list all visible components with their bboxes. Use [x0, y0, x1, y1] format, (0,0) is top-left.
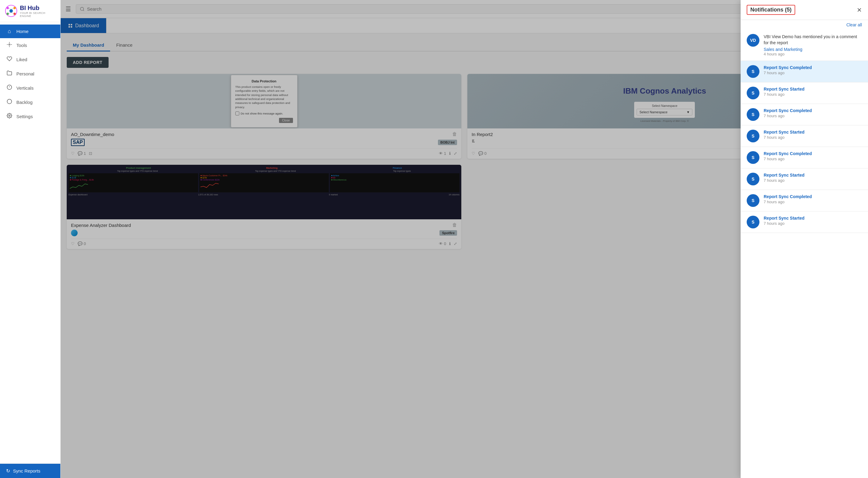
notif-content-1: VBI View Demo has mentioned you in a com…: [764, 34, 862, 56]
notif-content-6: Report Sync Completed 7 hours ago: [764, 151, 862, 161]
heart-icon: [6, 56, 13, 63]
notif-avatar-3: S: [747, 87, 760, 99]
notification-item-4[interactable]: S Report Sync Completed 7 hours ago: [741, 104, 868, 126]
notif-time-7: 7 hours ago: [764, 178, 862, 183]
notif-title-3: Report Sync Started: [764, 87, 862, 92]
notification-close-button[interactable]: ✕: [857, 6, 862, 13]
svg-point-18: [7, 99, 12, 104]
notification-panel: Notifications (5) ✕ Clear all VD VBI Vie…: [741, 0, 868, 478]
notif-time-1: 4 hours ago: [764, 52, 862, 56]
notification-actions: Clear all: [741, 20, 868, 30]
sidebar-item-home[interactable]: ⌂ Home: [0, 25, 60, 38]
main-content: ☰ Advanced search Dashboard My Dashboard…: [61, 0, 868, 478]
notif-main-text-1: VBI View Demo has mentioned you in a com…: [764, 34, 862, 46]
notification-item-5[interactable]: S Report Sync Started 7 hours ago: [741, 126, 868, 147]
notif-title-2: Report Sync Completed: [764, 65, 862, 70]
notif-content-4: Report Sync Completed 7 hours ago: [764, 108, 862, 118]
notif-content-9: Report Sync Started 7 hours ago: [764, 216, 862, 226]
notif-title-8: Report Sync Completed: [764, 194, 862, 199]
notif-avatar-2: S: [747, 65, 760, 78]
sync-reports-button[interactable]: ↻ Sync Reports: [0, 464, 60, 478]
notif-avatar-7: S: [747, 173, 760, 185]
sidebar-item-verticals-label: Verticals: [17, 86, 34, 91]
svg-point-1: [9, 9, 13, 12]
notif-avatar-9: S: [747, 216, 760, 229]
bihub-logo-icon: [5, 4, 18, 18]
notif-time-2: 7 hours ago: [764, 71, 862, 75]
notif-content-8: Report Sync Completed 7 hours ago: [764, 194, 862, 204]
notification-title: Notifications (5): [747, 5, 795, 15]
sidebar-item-personal-label: Personal: [17, 71, 34, 76]
svg-point-4: [7, 13, 9, 15]
clear-all-button[interactable]: Clear all: [846, 23, 862, 27]
logo-subtitle: YOUR BI SEARCH ENGINE: [20, 11, 56, 18]
notification-item-1[interactable]: VD VBI View Demo has mentioned you in a …: [741, 30, 868, 61]
notif-content-5: Report Sync Started 7 hours ago: [764, 130, 862, 140]
sidebar-item-tools[interactable]: Tools: [0, 38, 60, 53]
notification-item-8[interactable]: S Report Sync Completed 7 hours ago: [741, 190, 868, 211]
sidebar-nav: ⌂ Home Tools Liked Personal Verticals: [0, 22, 60, 464]
tools-icon: [6, 42, 13, 49]
notif-link-1[interactable]: Sales and Marketing: [764, 47, 862, 52]
sidebar-item-tools-label: Tools: [17, 43, 27, 48]
notif-title-5: Report Sync Started: [764, 130, 862, 135]
notif-time-9: 7 hours ago: [764, 221, 862, 226]
svg-point-2: [7, 7, 9, 9]
notif-time-3: 7 hours ago: [764, 92, 862, 97]
notification-header: Notifications (5) ✕: [741, 0, 868, 20]
sidebar-item-home-label: Home: [17, 29, 29, 34]
backlog-icon: [6, 99, 13, 106]
sidebar-item-backlog-label: Backlog: [17, 100, 32, 105]
sync-reports-label: Sync Reports: [13, 468, 40, 474]
notif-content-3: Report Sync Started 7 hours ago: [764, 87, 862, 97]
home-icon: ⌂: [6, 28, 13, 35]
notif-avatar-1: VD: [747, 34, 760, 47]
notif-title-6: Report Sync Completed: [764, 151, 862, 156]
notification-item-6[interactable]: S Report Sync Completed 7 hours ago: [741, 147, 868, 168]
sidebar-item-liked[interactable]: Liked: [0, 53, 60, 67]
notif-avatar-6: S: [747, 151, 760, 164]
sync-icon: ↻: [6, 468, 10, 474]
sidebar: BI Hub YOUR BI SEARCH ENGINE ⌂ Home Tool…: [0, 0, 61, 478]
notification-list: VD VBI View Demo has mentioned you in a …: [741, 30, 868, 478]
folder-icon: [6, 70, 13, 77]
notif-title-4: Report Sync Completed: [764, 108, 862, 113]
logo-area: BI Hub YOUR BI SEARCH ENGINE: [0, 0, 60, 22]
notification-item-3[interactable]: S Report Sync Started 7 hours ago: [741, 82, 868, 104]
sidebar-item-verticals[interactable]: Verticals: [0, 81, 60, 95]
notification-item-7[interactable]: S Report Sync Started 7 hours ago: [741, 168, 868, 190]
svg-point-19: [9, 115, 10, 116]
notification-item-9[interactable]: S Report Sync Started 7 hours ago: [741, 211, 868, 233]
notif-time-8: 7 hours ago: [764, 200, 862, 204]
settings-icon: [6, 113, 13, 120]
sidebar-item-liked-label: Liked: [17, 57, 27, 62]
notif-content-7: Report Sync Started 7 hours ago: [764, 173, 862, 183]
verticals-icon: [6, 84, 13, 92]
notif-avatar-8: S: [747, 194, 760, 207]
notif-time-5: 7 hours ago: [764, 135, 862, 140]
sidebar-item-settings-label: Settings: [17, 114, 33, 119]
sidebar-item-personal[interactable]: Personal: [0, 67, 60, 81]
sidebar-item-settings[interactable]: Settings: [0, 109, 60, 124]
logo-title: BI Hub: [20, 4, 56, 11]
notif-time-6: 7 hours ago: [764, 157, 862, 161]
notification-item-2[interactable]: S Report Sync Completed 7 hours ago: [741, 61, 868, 82]
notif-avatar-4: S: [747, 108, 760, 121]
sidebar-item-backlog[interactable]: Backlog: [0, 95, 60, 109]
notif-time-4: 7 hours ago: [764, 113, 862, 118]
notif-avatar-5: S: [747, 130, 760, 142]
notif-content-2: Report Sync Completed 7 hours ago: [764, 65, 862, 75]
svg-point-10: [9, 44, 10, 45]
notif-title-7: Report Sync Started: [764, 173, 862, 177]
notif-title-9: Report Sync Started: [764, 216, 862, 220]
